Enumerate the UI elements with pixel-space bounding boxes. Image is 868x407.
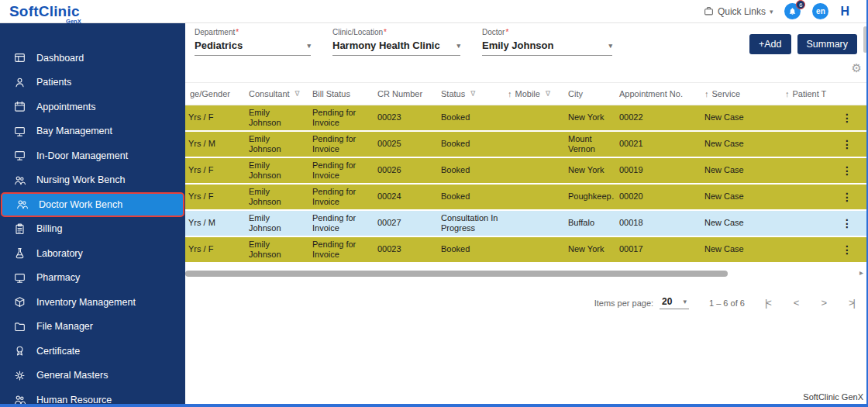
- column-header-label: Mobile: [515, 89, 540, 98]
- sidebar-item-nursing-work-bench[interactable]: Nursing Work Bench: [0, 168, 185, 193]
- sidebar-item-bay-management[interactable]: Bay Management: [0, 119, 185, 144]
- column-header[interactable]: [834, 83, 868, 105]
- monitor-icon: [14, 272, 26, 284]
- cell-bill-status: Pending for Invoice: [308, 237, 373, 262]
- sidebar-item-label: Dashboard: [36, 53, 84, 64]
- cell-status: Consultation In Progress: [436, 211, 503, 236]
- table-row[interactable]: Yrs / M Emily Johnson Pending for Invoic…: [185, 211, 868, 237]
- cell-service: New Case: [700, 132, 780, 157]
- table-row[interactable]: Yrs / F Emily Johnson Pending for Invoic…: [185, 158, 868, 185]
- cell-age-gender: Yrs / M: [185, 132, 244, 157]
- cell-appointment-no: 00021: [615, 132, 700, 157]
- cell-consultant: Emily Johnson: [244, 185, 308, 209]
- column-header[interactable]: CR Number: [373, 83, 436, 105]
- notifications-button[interactable]: 6: [784, 3, 801, 19]
- row-menu-icon[interactable]: ⋮: [839, 217, 856, 230]
- column-header[interactable]: Status∇: [436, 83, 503, 105]
- table-row[interactable]: Yrs / F Emily Johnson Pending for Invoic…: [185, 105, 868, 132]
- column-header[interactable]: Consultant∇: [244, 83, 308, 105]
- row-menu-icon[interactable]: ⋮: [839, 112, 856, 125]
- sidebar-item-inventory-management[interactable]: Inventory Management: [0, 290, 185, 315]
- row-menu-icon[interactable]: ⋮: [839, 164, 856, 178]
- cell-appointment-no: 00017: [615, 237, 700, 262]
- column-header[interactable]: ↑Mobile∇: [503, 83, 563, 105]
- sidebar-item-laboratory[interactable]: Laboratory: [0, 241, 185, 266]
- next-page-button[interactable]: >: [821, 297, 825, 309]
- column-header[interactable]: Appointment No.: [615, 83, 700, 105]
- filter-icon[interactable]: ∇: [470, 90, 475, 98]
- cell-consultant: Emily Johnson: [244, 158, 308, 183]
- sidebar-item-billing[interactable]: Billing: [0, 217, 185, 242]
- clinic-location-select[interactable]: Clinic/Location* Harmony Health Clinic▾: [332, 28, 460, 56]
- chevron-down-icon: ▾: [307, 42, 311, 50]
- cell-age-gender: Yrs / M: [185, 211, 244, 236]
- scroll-right-icon[interactable]: ▸: [859, 268, 863, 277]
- row-menu-icon[interactable]: ⋮: [839, 138, 856, 151]
- column-header[interactable]: ↑Service: [700, 83, 780, 105]
- row-menu-icon[interactable]: ⋮: [839, 243, 856, 257]
- sidebar-item-certificate[interactable]: Certificate: [0, 339, 185, 364]
- sidebar-item-file-manager[interactable]: File Manager: [0, 315, 185, 340]
- scrollbar-thumb[interactable]: [185, 271, 728, 277]
- sidebar-item-patients[interactable]: Patients: [0, 71, 185, 95]
- sort-arrow-icon[interactable]: ↑: [704, 89, 709, 98]
- column-header[interactable]: ↑Patient T: [780, 83, 834, 105]
- cell-service: New Case: [700, 185, 780, 209]
- language-button[interactable]: en: [812, 3, 828, 19]
- doctor-select[interactable]: Doctor* Emily Johnson▾: [482, 28, 612, 56]
- filter-icon[interactable]: ∇: [295, 90, 300, 98]
- cell-patient: [780, 185, 834, 209]
- dashboard-icon: [14, 52, 26, 64]
- cell-patient: [780, 105, 834, 130]
- cell-mobile: [503, 105, 563, 130]
- items-per-page-select[interactable]: 20 ▾: [660, 296, 689, 309]
- last-page-button[interactable]: >|: [849, 297, 854, 309]
- department-value: Pediatrics: [195, 40, 243, 51]
- cell-city: New York: [563, 237, 615, 262]
- filter-icon[interactable]: ∇: [546, 90, 550, 98]
- sidebar-item-human-resource[interactable]: Human Resource: [0, 388, 185, 404]
- chevron-down-icon: ▾: [770, 8, 773, 16]
- sidebar-item-doctor-work-bench[interactable]: Doctor Work Bench: [1, 192, 184, 217]
- cell-consultant: Emily Johnson: [244, 132, 308, 157]
- sidebar-item-in-door-management[interactable]: In-Door Management: [0, 143, 185, 168]
- sidebar: Dashboard Patients Appointments Bay Mana…: [0, 23, 185, 404]
- quick-links-button[interactable]: Quick Links ▾: [704, 6, 773, 17]
- table-row[interactable]: Yrs / M Emily Johnson Pending for Invoic…: [185, 132, 868, 158]
- column-header-label: Bill Status: [312, 89, 350, 98]
- cell-age-gender: Yrs / F: [185, 185, 244, 209]
- sidebar-item-label: Nursing Work Bench: [36, 174, 125, 185]
- sidebar-item-label: Doctor Work Bench: [39, 199, 122, 210]
- gear-icon[interactable]: ⚙: [852, 62, 862, 74]
- filter-row: Department* Pediatrics▾ Clinic/Location*…: [195, 28, 612, 56]
- items-per-page-label: Items per page:: [594, 298, 653, 308]
- column-header[interactable]: City: [563, 83, 615, 105]
- chevron-down-icon: ▾: [456, 42, 460, 50]
- sidebar-item-general-masters[interactable]: General Masters: [0, 364, 185, 388]
- horizontal-scrollbar[interactable]: ▸: [185, 270, 868, 278]
- user-avatar[interactable]: H: [840, 5, 849, 19]
- cell-mobile: [503, 185, 563, 209]
- column-header[interactable]: ge/Gender: [185, 83, 244, 105]
- sort-arrow-icon[interactable]: ↑: [785, 89, 790, 98]
- cell-city: Buffalo: [563, 211, 615, 236]
- summary-button[interactable]: Summary: [797, 34, 857, 54]
- column-header-label: Service: [712, 89, 741, 98]
- first-page-button[interactable]: |<: [765, 297, 770, 309]
- sidebar-item-dashboard[interactable]: Dashboard: [0, 46, 185, 71]
- appointments-icon: [14, 101, 26, 112]
- sidebar-item-appointments[interactable]: Appointments: [0, 95, 185, 119]
- row-menu-icon[interactable]: ⋮: [839, 191, 856, 204]
- department-select[interactable]: Department* Pediatrics▾: [195, 28, 311, 56]
- cell-city: New York: [563, 105, 615, 130]
- add-button[interactable]: +Add: [749, 34, 791, 54]
- table-row[interactable]: Yrs / F Emily Johnson Pending for Invoic…: [185, 237, 868, 264]
- table-row[interactable]: Yrs / F Emily Johnson Pending for Invoic…: [185, 185, 868, 211]
- sort-arrow-icon[interactable]: ↑: [508, 89, 512, 98]
- cell-status: Booked: [436, 185, 503, 209]
- cell-city: Mount Vernon: [563, 132, 615, 157]
- sidebar-item-pharmacy[interactable]: Pharmacy: [0, 266, 185, 291]
- previous-page-button[interactable]: <: [794, 297, 798, 309]
- column-header[interactable]: Bill Status: [308, 83, 373, 105]
- cell-service: New Case: [700, 237, 780, 262]
